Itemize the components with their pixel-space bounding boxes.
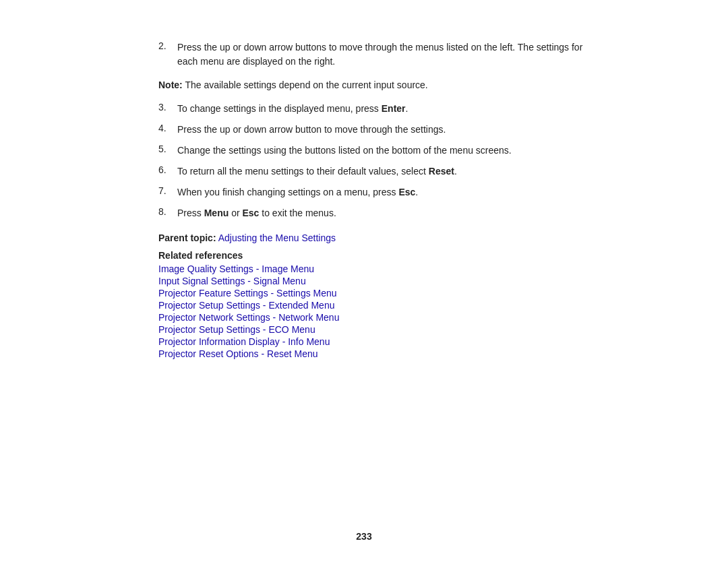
step-item-5: 5. Change the settings using the buttons… — [158, 144, 590, 158]
list-item: Image Quality Settings - Image Menu — [158, 263, 590, 274]
step-item-3: 3. To change settings in the displayed m… — [158, 102, 590, 116]
step-number-5: 5. — [158, 144, 177, 154]
step-number-8: 8. — [158, 206, 177, 217]
step-item-7: 7. When you finish changing settings on … — [158, 185, 590, 199]
step-item-4: 4. Press the up or down arrow button to … — [158, 123, 590, 137]
note-label: Note: — [158, 80, 183, 90]
link-reset-menu[interactable]: Projector Reset Options - Reset Menu — [158, 348, 318, 359]
list-item: Input Signal Settings - Signal Menu — [158, 276, 590, 286]
page-footer: 233 — [111, 531, 617, 542]
parent-topic-label: Parent topic: — [158, 232, 216, 243]
list-item: Projector Reset Options - Reset Menu — [158, 348, 590, 359]
related-links-list: Image Quality Settings - Image Menu Inpu… — [158, 263, 590, 359]
step-text-4: Press the up or down arrow button to mov… — [177, 123, 446, 137]
steps-3-8: 3. To change settings in the displayed m… — [158, 102, 590, 220]
content-area: 2. Press the up or down arrow buttons to… — [158, 40, 590, 359]
link-info-menu[interactable]: Projector Information Display - Info Men… — [158, 336, 330, 347]
step-number-6: 6. — [158, 164, 177, 175]
page-container: 2. Press the up or down arrow buttons to… — [111, 0, 617, 562]
step-text-3: To change settings in the displayed menu… — [177, 102, 408, 116]
note-block: Note: The available settings depend on t… — [158, 78, 590, 92]
link-image-quality[interactable]: Image Quality Settings - Image Menu — [158, 263, 314, 274]
parent-topic: Parent topic: Adjusting the Menu Setting… — [158, 232, 590, 243]
list-item: Projector Feature Settings - Settings Me… — [158, 288, 590, 299]
list-item: Projector Network Settings - Network Men… — [158, 312, 590, 323]
step-item-6: 6. To return all the menu settings to th… — [158, 164, 590, 179]
step-number-2: 2. — [158, 40, 177, 51]
related-references: Related references Image Quality Setting… — [158, 250, 590, 359]
list-item: Projector Setup Settings - Extended Menu — [158, 300, 590, 311]
step-item-2: 2. Press the up or down arrow buttons to… — [158, 40, 590, 69]
link-network-menu[interactable]: Projector Network Settings - Network Men… — [158, 312, 339, 323]
step-list: 2. Press the up or down arrow buttons to… — [158, 40, 590, 69]
link-input-signal[interactable]: Input Signal Settings - Signal Menu — [158, 276, 306, 286]
link-eco-menu[interactable]: Projector Setup Settings - ECO Menu — [158, 324, 315, 335]
step-text-2: Press the up or down arrow buttons to mo… — [177, 40, 590, 69]
step-text-5: Change the settings using the buttons li… — [177, 144, 512, 158]
step-text-7: When you finish changing settings on a m… — [177, 185, 418, 199]
list-item: Projector Information Display - Info Men… — [158, 336, 590, 347]
step-number-7: 7. — [158, 185, 177, 196]
related-references-title: Related references — [158, 250, 590, 261]
step-number-3: 3. — [158, 102, 177, 113]
link-feature-settings[interactable]: Projector Feature Settings - Settings Me… — [158, 288, 337, 299]
step-number-4: 4. — [158, 123, 177, 133]
list-item: Projector Setup Settings - ECO Menu — [158, 324, 590, 335]
step-text-6: To return all the menu settings to their… — [177, 164, 457, 179]
parent-topic-link[interactable]: Adjusting the Menu Settings — [218, 232, 336, 243]
step-item-8: 8. Press Menu or Esc to exit the menus. — [158, 206, 590, 220]
link-extended-menu[interactable]: Projector Setup Settings - Extended Menu — [158, 300, 334, 311]
note-text: The available settings depend on the cur… — [183, 80, 428, 90]
page-number: 233 — [356, 531, 371, 542]
step-text-8: Press Menu or Esc to exit the menus. — [177, 206, 336, 220]
